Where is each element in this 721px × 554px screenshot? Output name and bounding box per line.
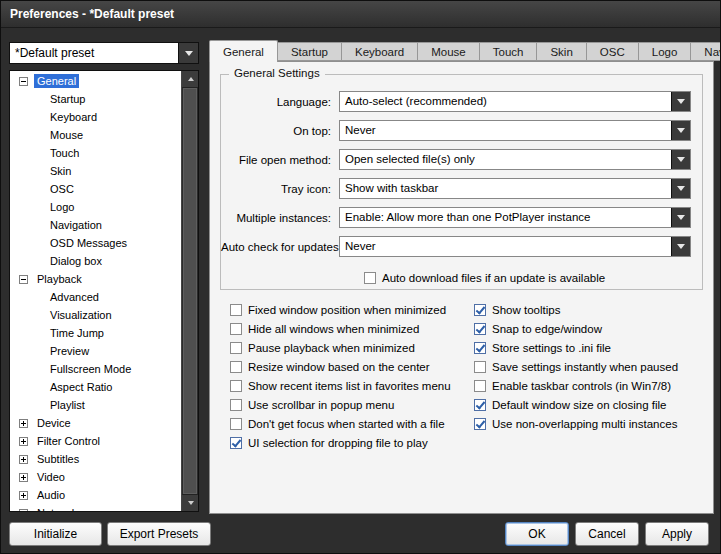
checkbox-icon <box>474 323 486 335</box>
option-show-recent-items[interactable]: Show recent items list in favorites menu <box>230 376 451 395</box>
checkbox-icon <box>474 304 486 316</box>
tree-item-osd-messages[interactable]: OSD Messages <box>10 234 181 252</box>
tree-item-label: Advanced <box>47 290 102 304</box>
tree-item-preview[interactable]: Preview <box>10 342 181 360</box>
option-default-window-size-closing[interactable]: Default window size on closing file <box>474 395 678 414</box>
options-right-column: Show tooltips Snap to edge/window Store … <box>474 300 678 433</box>
tab-general[interactable]: General <box>209 40 278 62</box>
expand-icon[interactable] <box>19 473 28 482</box>
triangle-down-icon <box>188 501 194 505</box>
option-use-scrollbar-popup-menu[interactable]: Use scrollbar in popup menu <box>230 395 451 414</box>
field-label: Tray icon: <box>221 183 331 195</box>
tab-startup[interactable]: Startup <box>277 42 342 61</box>
tree-item-audio[interactable]: Audio <box>10 486 181 504</box>
tree-item-filter-control[interactable]: Filter Control <box>10 432 181 450</box>
collapse-icon[interactable] <box>19 275 28 284</box>
tree-item-osc[interactable]: OSC <box>10 180 181 198</box>
field-label: File open method: <box>221 154 331 166</box>
export-presets-button[interactable]: Export Presets <box>107 522 211 546</box>
tab-logo[interactable]: Logo <box>638 42 692 61</box>
tab-navigation[interactable]: Navi <box>690 42 721 61</box>
tree-item-mouse[interactable]: Mouse <box>10 126 181 144</box>
tree-item-playlist[interactable]: Playlist <box>10 396 181 414</box>
field-label: Multiple instances: <box>221 212 331 224</box>
checkbox-label: Show tooltips <box>492 304 560 316</box>
tree-item-aspect-ratio[interactable]: Aspect Ratio <box>10 378 181 396</box>
option-non-overlapping-instances[interactable]: Use non-overlapping multi instances <box>474 414 678 433</box>
tree-item-keyboard[interactable]: Keyboard <box>10 108 181 126</box>
preset-select-value: *Default preset <box>10 43 178 63</box>
tab-touch[interactable]: Touch <box>479 42 538 61</box>
tree-item-playback[interactable]: Playback <box>10 270 181 288</box>
tree-item-label: Playback <box>34 272 85 286</box>
tree-item-general[interactable]: General <box>10 72 181 90</box>
tree-item-label: Skin <box>47 164 74 178</box>
option-fixed-window-position[interactable]: Fixed window position when minimized <box>230 300 451 319</box>
tree-scrollbar[interactable] <box>181 71 198 511</box>
tree-item-startup[interactable]: Startup <box>10 90 181 108</box>
apply-button[interactable]: Apply <box>645 522 709 546</box>
expand-icon[interactable] <box>19 509 28 512</box>
tree-item-visualization[interactable]: Visualization <box>10 306 181 324</box>
option-auto-download-updates[interactable]: Auto download files if an update is avai… <box>364 268 605 287</box>
checkbox-icon <box>230 437 242 449</box>
auto-check-updates-select[interactable]: Never <box>339 236 691 257</box>
tree-item-skin[interactable]: Skin <box>10 162 181 180</box>
ok-button[interactable]: OK <box>505 522 569 546</box>
file-open-method-select[interactable]: Open selected file(s) only <box>339 149 691 170</box>
expand-icon[interactable] <box>19 455 28 464</box>
language-select[interactable]: Auto-select (recommended) <box>339 91 691 112</box>
combo-value: Never <box>340 121 671 140</box>
tab-keyboard[interactable]: Keyboard <box>341 42 418 61</box>
tab-osc[interactable]: OSC <box>586 42 639 61</box>
checkbox-icon <box>230 361 242 373</box>
scroll-up-button[interactable] <box>182 71 199 88</box>
option-hide-all-windows[interactable]: Hide all windows when minimized <box>230 319 451 338</box>
tab-skin[interactable]: Skin <box>536 42 586 61</box>
tree-item-network[interactable]: Network <box>10 504 181 511</box>
checkbox-label: Use scrollbar in popup menu <box>248 399 394 411</box>
initialize-button[interactable]: Initialize <box>9 522 102 546</box>
preset-select[interactable]: *Default preset <box>9 42 199 64</box>
tab-bar: General Startup Keyboard Mouse Touch Ski… <box>209 40 714 61</box>
field-label: On top: <box>221 125 331 137</box>
tree-item-label: Video <box>34 470 68 484</box>
checkbox-icon <box>474 418 486 430</box>
scroll-down-button[interactable] <box>182 494 199 511</box>
option-pause-playback-minimized[interactable]: Pause playback when minimized <box>230 338 451 357</box>
scrollbar-thumb[interactable] <box>183 88 197 494</box>
option-dont-get-focus[interactable]: Don't get focus when started with a file <box>230 414 451 433</box>
on-top-select[interactable]: Never <box>339 120 691 141</box>
tab-mouse[interactable]: Mouse <box>417 42 480 61</box>
option-show-tooltips[interactable]: Show tooltips <box>474 300 678 319</box>
tree-item-advanced[interactable]: Advanced <box>10 288 181 306</box>
tree-item-label: Aspect Ratio <box>47 380 115 394</box>
option-resize-window-center[interactable]: Resize window based on the center <box>230 357 451 376</box>
tree-item-video[interactable]: Video <box>10 468 181 486</box>
tree-item-navigation[interactable]: Navigation <box>10 216 181 234</box>
option-snap-to-edge[interactable]: Snap to edge/window <box>474 319 678 338</box>
tree-item-label: Startup <box>47 92 88 106</box>
tree-item-dialog-box[interactable]: Dialog box <box>10 252 181 270</box>
expand-icon[interactable] <box>19 437 28 446</box>
tree-item-device[interactable]: Device <box>10 414 181 432</box>
option-store-settings-ini[interactable]: Store settings to .ini file <box>474 338 678 357</box>
option-ui-selection-dropping-file[interactable]: UI selection for dropping file to play <box>230 433 451 452</box>
tree-item-fullscreen-mode[interactable]: Fullscreen Mode <box>10 360 181 378</box>
tree-item-label: Audio <box>34 488 68 502</box>
tree-item-subtitles[interactable]: Subtitles <box>10 450 181 468</box>
option-save-settings-instantly[interactable]: Save settings instantly when paused <box>474 357 678 376</box>
option-enable-taskbar-controls[interactable]: Enable taskbar controls (in Win7/8) <box>474 376 678 395</box>
expand-icon[interactable] <box>19 491 28 500</box>
tree-item-touch[interactable]: Touch <box>10 144 181 162</box>
field-file-open-method: File open method: Open selected file(s) … <box>221 149 702 170</box>
expand-icon[interactable] <box>19 419 28 428</box>
cancel-button[interactable]: Cancel <box>575 522 639 546</box>
title-bar[interactable]: Preferences - *Default preset <box>1 1 720 28</box>
multiple-instances-select[interactable]: Enable: Allow more than one PotPlayer in… <box>339 207 691 228</box>
tree-item-time-jump[interactable]: Time Jump <box>10 324 181 342</box>
collapse-icon[interactable] <box>19 77 28 86</box>
tray-icon-select[interactable]: Show with taskbar <box>339 178 691 199</box>
checkbox-label: Pause playback when minimized <box>248 342 415 354</box>
tree-item-logo[interactable]: Logo <box>10 198 181 216</box>
